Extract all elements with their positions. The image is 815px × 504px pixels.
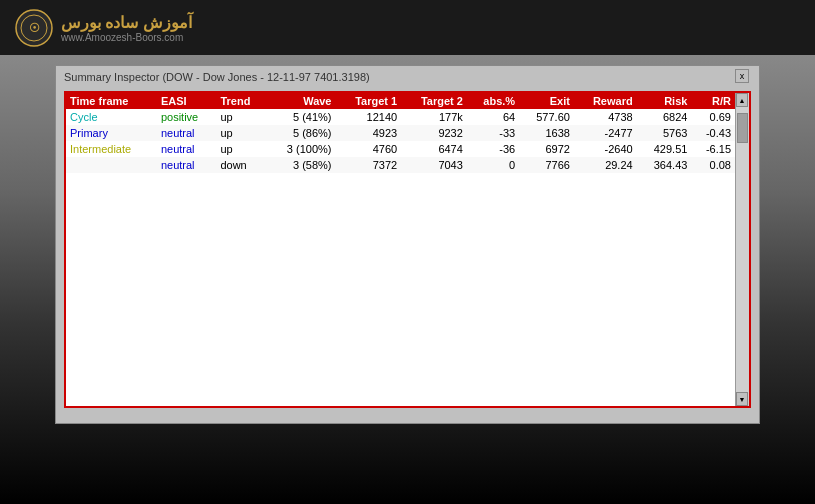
- cell-target1: 4923: [335, 125, 401, 141]
- close-button[interactable]: x: [735, 69, 749, 83]
- scrollbar[interactable]: ▲ ▼: [735, 93, 749, 406]
- table-row: Cyclepositiveup5 (41%)12140177k64577.604…: [66, 109, 735, 125]
- cell-trend: down: [216, 157, 266, 173]
- col-timeframe: Time frame: [66, 93, 157, 109]
- cell-target1: 4760: [335, 141, 401, 157]
- logo-persian-text: آموزش ساده بورس: [61, 13, 192, 32]
- scroll-down-button[interactable]: ▼: [736, 392, 748, 406]
- window-container: Summary Inspector (DOW - Dow Jones - 12-…: [55, 65, 760, 424]
- cell-exit: 7766: [519, 157, 574, 173]
- col-easi: EASI: [157, 93, 217, 109]
- header: ☉ آموزش ساده بورس www.Amoozesh-Boors.com: [0, 0, 815, 55]
- cell-risk: 429.51: [637, 141, 692, 157]
- cell-wave: 5 (86%): [266, 125, 335, 141]
- cell-target1: 12140: [335, 109, 401, 125]
- cell-easi: neutral: [157, 157, 217, 173]
- logo-icon: ☉: [15, 9, 53, 47]
- logo-area: ☉ آموزش ساده بورس www.Amoozesh-Boors.com: [15, 9, 192, 47]
- cell-target2: 9232: [401, 125, 467, 141]
- col-trend: Trend: [216, 93, 266, 109]
- cell-abs-pct: 0: [467, 157, 519, 173]
- cell-target1: 7372: [335, 157, 401, 173]
- cell-exit: 1638: [519, 125, 574, 141]
- cell-easi: neutral: [157, 125, 217, 141]
- cell-rr: -6.15: [691, 141, 735, 157]
- table-row: Intermediateneutralup3 (100%)47606474-36…: [66, 141, 735, 157]
- cell-reward: -2640: [574, 141, 637, 157]
- cell-target2: 7043: [401, 157, 467, 173]
- cell-exit: 6972: [519, 141, 574, 157]
- cell-wave: 3 (100%): [266, 141, 335, 157]
- cell-trend: up: [216, 141, 266, 157]
- cell-reward: -2477: [574, 125, 637, 141]
- cell-timeframe: [66, 157, 157, 173]
- cell-risk: 6824: [637, 109, 692, 125]
- col-rr: R/R: [691, 93, 735, 109]
- cell-easi: neutral: [157, 141, 217, 157]
- cell-abs-pct: -33: [467, 125, 519, 141]
- cell-rr: 0.08: [691, 157, 735, 173]
- cell-trend: up: [216, 109, 266, 125]
- cell-rr: 0.69: [691, 109, 735, 125]
- cell-target2: 6474: [401, 141, 467, 157]
- cell-reward: 4738: [574, 109, 637, 125]
- table-header: Time frame EASI Trend Wave Target 1 Targ…: [66, 93, 735, 109]
- table-body: Cyclepositiveup5 (41%)12140177k64577.604…: [66, 109, 735, 173]
- cell-target2: 177k: [401, 109, 467, 125]
- cell-timeframe: Intermediate: [66, 141, 157, 157]
- cell-easi: positive: [157, 109, 217, 125]
- cell-abs-pct: -36: [467, 141, 519, 157]
- logo-text-area: آموزش ساده بورس www.Amoozesh-Boors.com: [61, 13, 192, 43]
- cell-risk: 5763: [637, 125, 692, 141]
- cell-risk: 364.43: [637, 157, 692, 173]
- scroll-up-button[interactable]: ▲: [736, 93, 748, 107]
- col-abs-pct: abs.%: [467, 93, 519, 109]
- logo-website: www.Amoozesh-Boors.com: [61, 32, 192, 43]
- col-target1: Target 1: [335, 93, 401, 109]
- cell-exit: 577.60: [519, 109, 574, 125]
- table-row: Primaryneutralup5 (86%)49239232-331638-2…: [66, 125, 735, 141]
- summary-table: Time frame EASI Trend Wave Target 1 Targ…: [66, 93, 735, 173]
- cell-reward: 29.24: [574, 157, 637, 173]
- cell-rr: -0.43: [691, 125, 735, 141]
- cell-trend: up: [216, 125, 266, 141]
- data-table-container: ▲ ▼ Time frame EASI Trend Wave Target 1 …: [64, 91, 751, 408]
- cell-abs-pct: 64: [467, 109, 519, 125]
- svg-text:☉: ☉: [29, 21, 40, 35]
- scroll-thumb[interactable]: [737, 113, 748, 143]
- cell-timeframe: Primary: [66, 125, 157, 141]
- cell-wave: 5 (41%): [266, 109, 335, 125]
- table-row: neutraldown3 (58%)737270430776629.24364.…: [66, 157, 735, 173]
- col-target2: Target 2: [401, 93, 467, 109]
- col-risk: Risk: [637, 93, 692, 109]
- col-reward: Reward: [574, 93, 637, 109]
- col-exit: Exit: [519, 93, 574, 109]
- cell-wave: 3 (58%): [266, 157, 335, 173]
- col-wave: Wave: [266, 93, 335, 109]
- window-title: Summary Inspector (DOW - Dow Jones - 12-…: [64, 71, 370, 83]
- cell-timeframe: Cycle: [66, 109, 157, 125]
